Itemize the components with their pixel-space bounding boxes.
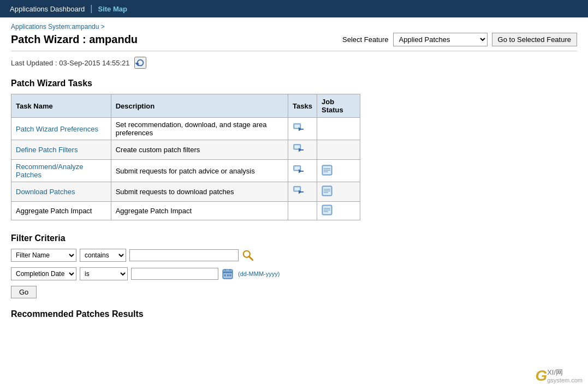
- task-run-icon-4[interactable]: [293, 185, 305, 197]
- site-map-link[interactable]: Site Map: [92, 5, 132, 13]
- table-row: Recommend/Analyze Patches Submit request…: [11, 160, 360, 182]
- svg-rect-11: [295, 166, 300, 170]
- job-status-cell-1: [317, 118, 360, 140]
- page-title: Patch Wizard : ampandu: [11, 33, 138, 46]
- breadcrumb: Applications System:ampandu >: [11, 23, 577, 31]
- table-row: Download Patches Submit requests to down…: [11, 182, 360, 202]
- last-updated-label: Last Updated : 03-Sep-2015 14:55:21: [11, 59, 130, 67]
- page-header-row: Patch Wizard : ampandu Select Feature Ap…: [11, 33, 577, 51]
- job-status-cell-4: [317, 182, 360, 202]
- svg-rect-41: [229, 274, 231, 276]
- col-task-name: Task Name: [11, 94, 111, 118]
- search-button[interactable]: [242, 249, 254, 261]
- task-desc-preferences: Set recommendation, download, and stage …: [111, 118, 288, 140]
- feature-selector: Select Feature Applied Patches Patch Wiz…: [342, 33, 577, 46]
- task-run-icon-3[interactable]: [293, 164, 305, 176]
- svg-rect-35: [223, 269, 233, 279]
- go-button[interactable]: Go: [11, 286, 37, 298]
- task-link-preferences[interactable]: Patch Wizard Preferences: [16, 125, 98, 133]
- job-status-icon-3[interactable]: [322, 169, 332, 177]
- svg-rect-20: [295, 188, 300, 191]
- task-run-icon[interactable]: [293, 122, 305, 134]
- col-job-status: Job Status: [317, 94, 360, 118]
- task-icon-cell-1: [288, 118, 317, 140]
- col-description: Description: [111, 94, 288, 118]
- filter-field-select-1[interactable]: Filter Name Completion Date: [11, 249, 76, 262]
- task-link-recommend[interactable]: Recommend/Analyze Patches: [16, 163, 84, 179]
- task-name-aggregate: Aggregate Patch Impact: [11, 202, 111, 220]
- app-dashboard-link[interactable]: Applications Dashboard: [4, 5, 90, 13]
- filter-row-1: Filter Name Completion Date contains equ…: [11, 249, 577, 262]
- filter-operator-select-2[interactable]: is is before is after is between: [80, 267, 128, 280]
- filter-value-input-1[interactable]: [129, 249, 239, 261]
- recommended-heading: Recommended Patches Results: [11, 309, 577, 319]
- filter-criteria-heading: Filter Criteria: [11, 233, 577, 243]
- job-status-icon-5[interactable]: [322, 209, 332, 217]
- svg-rect-3: [295, 124, 300, 128]
- table-row: Define Patch Filters Create custom patch…: [11, 140, 360, 160]
- task-icon-cell-4: [288, 182, 317, 202]
- job-status-cell-3: [317, 160, 360, 182]
- svg-rect-40: [227, 274, 229, 276]
- task-desc-aggregate: Aggregate Patch Impact: [111, 202, 288, 220]
- task-icon-cell-2: [288, 140, 317, 160]
- filter-operator-select-1[interactable]: contains equals starts with ends with: [80, 249, 126, 262]
- calendar-button[interactable]: [222, 268, 234, 280]
- feature-select[interactable]: Applied Patches Patch Wizard Recommended…: [393, 33, 488, 46]
- svg-line-34: [249, 256, 253, 260]
- task-desc-recommend: Submit requests for patch advice or anal…: [111, 160, 288, 182]
- filter-criteria-section: Filter Criteria Filter Name Completion D…: [11, 233, 577, 298]
- breadcrumb-link[interactable]: Applications System:ampandu >: [11, 23, 105, 31]
- tasks-section-heading: Patch Wizard Tasks: [11, 79, 577, 88]
- col-tasks: Tasks: [288, 94, 317, 118]
- job-status-cell-5: [317, 202, 360, 220]
- go-button-row: Go: [11, 286, 577, 298]
- job-status-cell-2: [317, 140, 360, 160]
- last-updated-timestamp: 03-Sep-2015 14:55:21: [59, 59, 129, 67]
- table-row: Patch Wizard Preferences Set recommendat…: [11, 118, 360, 140]
- task-run-icon-2[interactable]: [293, 143, 305, 155]
- svg-rect-39: [224, 274, 225, 276]
- top-navigation: Applications Dashboard | Site Map: [0, 0, 588, 17]
- go-to-feature-button[interactable]: Go to Selected Feature: [492, 33, 577, 46]
- task-link-filters[interactable]: Define Patch Filters: [16, 146, 78, 154]
- tasks-table: Task Name Description Tasks Job Status P…: [11, 94, 360, 220]
- filter-date-input[interactable]: [131, 268, 218, 280]
- refresh-button[interactable]: [134, 57, 146, 69]
- task-link-download[interactable]: Download Patches: [16, 188, 75, 196]
- select-feature-label: Select Feature: [342, 35, 389, 44]
- filter-row-2: Completion Date Filter Name is is before…: [11, 267, 577, 280]
- task-desc-download: Submit requests to download patches: [111, 182, 288, 202]
- task-icon-cell-3: [288, 160, 317, 182]
- job-status-icon-4[interactable]: [322, 190, 332, 198]
- date-format-hint: (dd-MMM-yyyy): [238, 271, 280, 277]
- table-row: Aggregate Patch Impact Aggregate Patch I…: [11, 202, 360, 220]
- task-desc-filters: Create custom patch filters: [111, 140, 288, 160]
- last-updated-row: Last Updated : 03-Sep-2015 14:55:21: [11, 57, 577, 69]
- main-content: Applications System:ampandu > Patch Wiza…: [0, 17, 588, 325]
- filter-field-select-2[interactable]: Completion Date Filter Name: [11, 267, 76, 280]
- svg-rect-7: [295, 146, 300, 149]
- svg-rect-36: [223, 272, 233, 273]
- task-icon-cell-5: [288, 202, 317, 220]
